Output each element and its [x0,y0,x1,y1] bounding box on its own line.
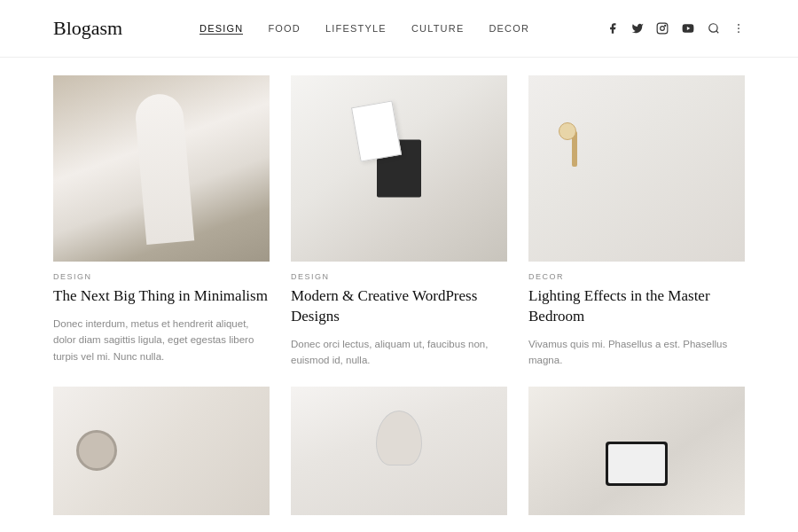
card-1: DESIGN The Next Big Thing in Minimalism … [53,75,270,369]
facebook-icon[interactable] [606,22,619,35]
svg-line-4 [716,31,719,34]
youtube-icon[interactable] [681,22,695,35]
card-2: DESIGN Modern & Creative WordPress Desig… [291,75,507,369]
card-3: DECOR Lighting Effects in the Master Bed… [528,75,745,369]
main-content: DESIGN The Next Big Thing in Minimalism … [0,58,798,526]
bottom-card-3-image[interactable] [528,387,745,515]
site-header: Blogasm DESIGN FOOD LIFESTYLE CULTURE DE… [0,0,798,58]
instagram-icon[interactable] [656,22,669,35]
card-2-excerpt: Donec orci lectus, aliquam ut, faucibus … [291,336,507,369]
svg-point-5 [738,24,739,26]
card-1-image[interactable] [53,75,270,262]
twitter-icon[interactable] [631,22,644,35]
nav-design[interactable]: DESIGN [200,23,243,35]
more-icon[interactable] [732,22,745,35]
card-3-excerpt: Vivamus quis mi. Phasellus a est. Phasel… [528,336,745,369]
bottom-card-1-image[interactable] [53,387,270,515]
nav-culture[interactable]: CULTURE [411,23,465,34]
svg-point-2 [665,25,666,26]
search-icon[interactable] [708,22,720,35]
site-logo[interactable]: Blogasm [53,17,122,40]
bottom-card-1 [53,387,270,526]
card-3-title[interactable]: Lighting Effects in the Master Bedroom [528,286,745,327]
bottom-card-grid [53,387,745,526]
svg-point-6 [738,27,739,29]
svg-point-1 [661,27,665,31]
svg-point-3 [709,24,717,32]
top-card-grid: DESIGN The Next Big Thing in Minimalism … [53,75,745,369]
card-2-image[interactable] [291,75,507,262]
card-1-category: DESIGN [53,272,270,281]
nav-decor[interactable]: DECOR [489,23,529,34]
nav-lifestyle[interactable]: LIFESTYLE [325,23,387,34]
bottom-card-2-image[interactable] [291,387,507,515]
header-icons [606,22,745,35]
card-2-category: DESIGN [291,272,507,281]
card-3-category: DECOR [528,272,745,281]
svg-rect-0 [657,23,668,34]
card-1-title[interactable]: The Next Big Thing in Minimalism [53,286,270,307]
card-2-title[interactable]: Modern & Creative WordPress Designs [291,286,507,327]
card-3-image[interactable] [528,75,745,262]
svg-point-7 [738,31,739,33]
card-1-excerpt: Donec interdum, metus et hendrerit aliqu… [53,316,270,364]
bottom-card-3 [528,387,745,526]
bottom-card-2 [291,387,507,526]
nav-food[interactable]: FOOD [268,23,301,34]
main-nav: DESIGN FOOD LIFESTYLE CULTURE DECOR [200,23,529,35]
